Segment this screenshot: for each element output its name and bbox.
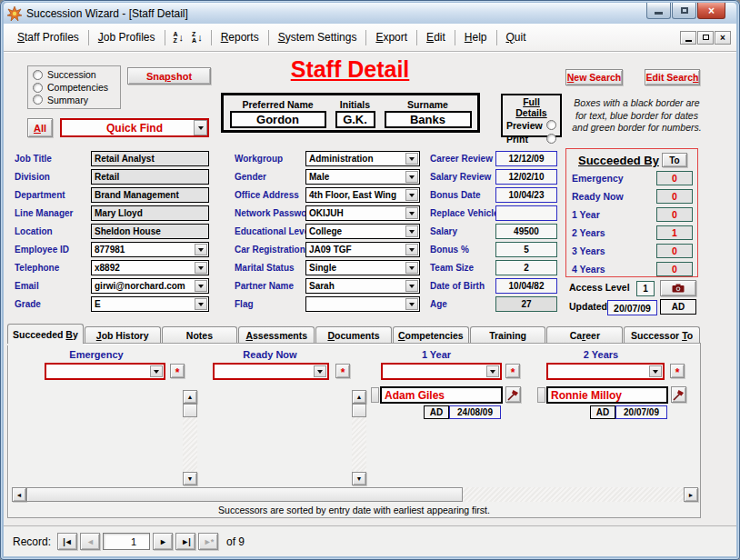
dropdown-arrow-icon[interactable] bbox=[405, 280, 418, 292]
tab-notes[interactable]: Notes bbox=[162, 326, 238, 344]
tab-competencies[interactable]: Competencies bbox=[393, 326, 469, 344]
child-close-button[interactable]: × bbox=[715, 31, 731, 45]
sort-descending-icon[interactable]: ZA↓ bbox=[192, 31, 203, 44]
scrollbar-thumb[interactable] bbox=[26, 487, 463, 502]
menu-staff-profiles[interactable]: Staff Profiles bbox=[9, 28, 87, 46]
all-button[interactable]: All bbox=[27, 118, 53, 137]
delete-successor-button[interactable] bbox=[505, 386, 521, 403]
dropdown-arrow-icon[interactable] bbox=[486, 365, 499, 377]
dropdown-arrow-icon[interactable] bbox=[405, 262, 418, 274]
ready-now-list-scrollbar[interactable]: ▲ ▼ bbox=[352, 390, 366, 485]
salary-review-field[interactable]: 12/02/10 bbox=[495, 169, 557, 185]
tab-job-history[interactable]: Job History bbox=[85, 326, 161, 344]
date-of-birth-field[interactable]: 10/04/82 bbox=[495, 278, 557, 294]
updated-field[interactable]: 20/07/09 bbox=[607, 300, 657, 315]
scroll-down-icon[interactable]: ▼ bbox=[183, 472, 197, 485]
line-manager-field[interactable]: Mary Lloyd bbox=[91, 205, 209, 221]
radio-succession[interactable]: Succession bbox=[33, 69, 115, 81]
preview-radio[interactable]: Preview bbox=[506, 118, 556, 132]
grade-combo[interactable]: E bbox=[91, 296, 209, 312]
dropdown-arrow-icon[interactable] bbox=[195, 244, 207, 255]
team-size-field[interactable]: 2 bbox=[495, 260, 557, 275]
gender-combo[interactable]: Male bbox=[305, 169, 420, 185]
menu-system-settings[interactable]: System Settings bbox=[270, 28, 365, 46]
car-registration-combo[interactable]: JA09 TGF bbox=[305, 242, 420, 257]
department-field[interactable]: Brand Management bbox=[91, 187, 209, 203]
two-years-successor-name[interactable]: Ronnie Milloy bbox=[546, 386, 668, 404]
record-number-input[interactable]: 1 bbox=[103, 533, 150, 550]
replace-vehicle-field[interactable] bbox=[495, 205, 557, 221]
menu-help[interactable]: Help bbox=[456, 28, 495, 46]
close-button[interactable]: × bbox=[697, 3, 725, 19]
preferred-name-field[interactable]: Gordon bbox=[230, 111, 326, 128]
scroll-right-icon[interactable]: ► bbox=[684, 487, 698, 502]
succeeded-to-button[interactable]: To bbox=[662, 153, 687, 167]
sort-ascending-icon[interactable]: AZ↓ bbox=[174, 31, 185, 44]
surname-field[interactable]: Banks bbox=[385, 111, 472, 128]
access-level-field[interactable]: 1 bbox=[636, 281, 655, 296]
tab-successor-to[interactable]: Successor To bbox=[624, 326, 700, 344]
partner-name-combo[interactable]: Sarah bbox=[305, 278, 420, 294]
career-review-field[interactable]: 12/12/09 bbox=[495, 151, 557, 166]
dropdown-arrow-icon[interactable] bbox=[405, 244, 418, 255]
two-years-asterisk-button[interactable]: * bbox=[670, 364, 685, 378]
dropdown-arrow-icon[interactable] bbox=[195, 280, 207, 292]
row-selector[interactable] bbox=[537, 387, 545, 403]
dropdown-arrow-icon[interactable] bbox=[195, 298, 207, 310]
ad-box[interactable]: AD bbox=[660, 299, 696, 315]
horizontal-scrollbar[interactable]: ◄ ► bbox=[12, 487, 698, 502]
menu-job-profiles[interactable]: Job Profiles bbox=[90, 28, 164, 46]
first-record-button[interactable]: |◄ bbox=[57, 533, 77, 550]
dropdown-arrow-icon[interactable] bbox=[150, 365, 163, 377]
salary-field[interactable]: 49500 bbox=[495, 224, 557, 239]
dropdown-arrow-icon[interactable] bbox=[649, 365, 662, 377]
office-address-combo[interactable]: 4th Floor, East Wing bbox=[305, 187, 420, 203]
dropdown-arrow-icon[interactable] bbox=[405, 225, 418, 237]
menu-reports[interactable]: Reports bbox=[213, 28, 267, 46]
division-field[interactable]: Retail bbox=[91, 169, 209, 185]
two-years-successor-combo[interactable] bbox=[546, 363, 665, 380]
edit-search-button[interactable]: Edit Search bbox=[645, 69, 700, 85]
menu-export[interactable]: Export bbox=[367, 28, 415, 46]
child-minimize-button[interactable] bbox=[680, 31, 696, 45]
emergency-successor-combo[interactable] bbox=[45, 363, 165, 380]
previous-record-button[interactable]: ◄ bbox=[80, 533, 100, 550]
initials-field[interactable]: G.K. bbox=[335, 111, 375, 128]
emergency-list-scrollbar[interactable]: ▲ ▼ bbox=[183, 390, 197, 485]
job-title-field[interactable]: Retail Analyst bbox=[91, 151, 209, 166]
tab-career[interactable]: Career bbox=[546, 326, 623, 344]
one-year-asterisk-button[interactable]: * bbox=[505, 364, 520, 378]
title-bar[interactable]: Succession Wizard - [Staff Detail] × bbox=[4, 3, 736, 24]
camera-button[interactable] bbox=[660, 280, 696, 296]
menu-edit[interactable]: Edit bbox=[418, 28, 454, 46]
flag-combo[interactable] bbox=[305, 296, 420, 312]
marital-status-combo[interactable]: Single bbox=[305, 260, 420, 275]
delete-successor-button[interactable] bbox=[671, 386, 686, 403]
dropdown-arrow-icon[interactable] bbox=[195, 262, 207, 274]
scrollbar-thumb[interactable] bbox=[183, 404, 197, 417]
location-field[interactable]: Sheldon House bbox=[91, 224, 209, 239]
dropdown-arrow-icon[interactable] bbox=[405, 189, 418, 201]
dropdown-arrow-icon[interactable] bbox=[405, 171, 418, 183]
dropdown-arrow-icon[interactable] bbox=[405, 207, 418, 219]
telephone-combo[interactable]: x8892 bbox=[91, 260, 209, 275]
new-search-button[interactable]: New Search bbox=[565, 69, 623, 85]
snapshot-button[interactable]: Snapshot bbox=[127, 67, 211, 85]
radio-competencies[interactable]: Competencies bbox=[33, 82, 115, 94]
print-radio[interactable]: Print bbox=[506, 132, 556, 145]
bonus-date-field[interactable]: 10/04/23 bbox=[495, 187, 557, 203]
ready-now-asterisk-button[interactable]: * bbox=[335, 364, 350, 378]
tab-succeeded-by[interactable]: Succeeded By bbox=[7, 324, 84, 344]
email-combo[interactable]: girwi@norchard.com bbox=[91, 278, 209, 294]
workgroup-combo[interactable]: Administration bbox=[305, 151, 420, 166]
scroll-left-icon[interactable]: ◄ bbox=[12, 487, 26, 502]
dropdown-arrow-icon[interactable] bbox=[194, 120, 207, 135]
tab-assessments[interactable]: Assessments bbox=[238, 326, 315, 344]
scroll-down-icon[interactable]: ▼ bbox=[352, 472, 366, 485]
dropdown-arrow-icon[interactable] bbox=[314, 365, 326, 377]
scroll-up-icon[interactable]: ▲ bbox=[183, 390, 197, 404]
menu-quit[interactable]: Quit bbox=[498, 28, 535, 46]
dropdown-arrow-icon[interactable] bbox=[405, 298, 418, 310]
row-selector[interactable] bbox=[371, 387, 379, 403]
new-record-button[interactable]: ►* bbox=[198, 533, 218, 550]
